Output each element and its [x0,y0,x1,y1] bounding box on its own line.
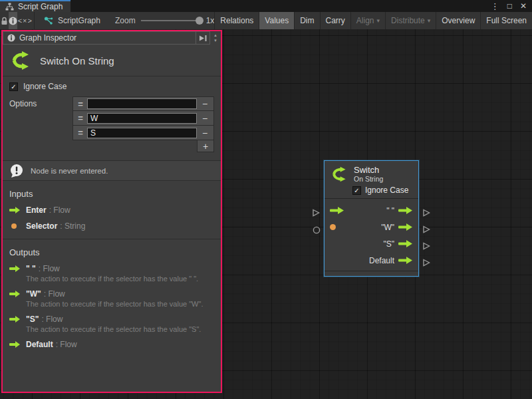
check-icon: ✓ [11,83,16,90]
flow-output-port[interactable] [398,223,413,231]
node-ports: " " "W" [325,198,418,271]
options-list: = − = − = − + [72,96,214,152]
port-description: The action to execute if the selector ha… [26,325,214,333]
inputs-section: Inputs Enter : Flow Selector : String [3,189,221,231]
zoom-value: 1x [206,16,215,25]
output-port-label: "W" [381,223,394,232]
remove-option-button[interactable]: − [197,98,213,109]
maximize-icon[interactable]: □ [507,2,512,10]
tab-title: Script Graph [18,2,63,11]
output-port-row: Default : Flow [9,340,214,349]
warning-banner: Node is never entered. [3,160,221,181]
output-port-row: "W" : Flow [9,289,214,299]
external-output-port-s[interactable] [422,241,431,251]
flow-output-port[interactable] [398,207,413,214]
drag-handle-icon[interactable]: = [74,113,87,123]
close-icon[interactable]: ✕ [520,2,527,10]
outputs-header: Outputs [9,247,214,257]
node-header[interactable]: Switch On String ✓ Ignore Case [325,161,418,198]
selector-input-port[interactable] [330,224,336,230]
switch-icon [9,51,32,70]
inspector-title-bar: Graph Inspector [3,31,196,45]
port-row: Default [325,252,418,269]
option-input[interactable] [87,98,197,109]
flow-port-icon [9,341,21,348]
check-icon: ✓ [354,187,359,194]
toolbar-separator [34,12,35,29]
chevron-down-icon: ▾ [377,17,380,24]
option-row: = − [72,126,214,140]
carry-button[interactable]: Carry [320,12,350,29]
output-port-label: "S" [383,239,394,249]
fullscreen-button[interactable]: Full Screen [480,12,532,29]
flow-port-icon [9,316,21,323]
output-port-label: " " [386,206,394,215]
add-option-button[interactable]: + [197,140,214,152]
flow-output-port[interactable] [398,257,413,264]
external-output-port-default[interactable] [422,258,431,267]
drag-handle-icon[interactable]: = [74,128,87,138]
external-flow-input-port[interactable] [311,208,321,217]
distribute-dropdown[interactable]: Distribute ▾ [385,12,436,29]
option-input[interactable] [87,128,197,138]
zoom-slider-handle[interactable] [196,17,203,25]
remove-option-button[interactable]: − [197,113,213,124]
zoom-slider[interactable] [141,20,197,21]
node-title: Switch [354,165,383,175]
option-row: = − [72,111,214,126]
drag-handle-icon[interactable]: = [74,99,87,109]
warning-text: Node is never entered. [31,167,108,175]
relations-button[interactable]: Relations [214,12,259,29]
inputs-header: Inputs [9,189,214,199]
inspector-node-title: Switch On String [40,55,114,66]
tab-script-graph[interactable]: Script Graph [0,0,70,12]
overview-button[interactable]: Overview [436,12,480,29]
external-output-port-space[interactable] [422,208,431,217]
flow-port-icon [9,291,21,297]
graph-breadcrumb[interactable]: ScriptGraph [36,12,108,29]
code-view-button[interactable]: <×> [17,12,33,29]
lock-button[interactable] [0,12,9,29]
option-input[interactable] [87,113,197,124]
port-row: "W" [325,219,418,235]
dock-icon [198,35,208,42]
info-icon [9,17,17,25]
flow-output-port[interactable] [398,240,413,247]
scroll-up-button[interactable]: ▲ [213,33,217,37]
graph-toolbar: <×> ScriptGraph Zoom 1x Relations Values… [0,12,532,29]
remove-option-button[interactable]: − [197,128,213,138]
ignore-case-checkbox[interactable]: ✓ [9,82,18,91]
external-selector-input-port[interactable] [313,226,321,234]
dim-button[interactable]: Dim [294,12,319,29]
option-row: = − [72,96,214,111]
port-description: The action to execute if the selector ha… [26,300,214,308]
string-port-icon [11,223,17,229]
output-port-row: " " : Flow [9,264,214,273]
align-dropdown[interactable]: Align ▾ [350,12,385,29]
input-port-row: Selector : String [9,221,214,231]
script-graph-icon [44,17,53,25]
port-row: "S" [325,235,418,252]
flow-port-icon [9,207,21,213]
flow-input-port[interactable] [330,207,344,214]
node-ignore-case-checkbox[interactable]: ✓ [352,186,361,195]
zoom-control: Zoom 1x [115,12,214,29]
output-port-label: Default [369,256,394,265]
inspector-toggle-button[interactable] [9,12,17,29]
port-row: " " [325,202,418,219]
values-button[interactable]: Values [259,12,294,29]
scroll-down-button[interactable]: ▼ [213,39,217,43]
node-ignore-case-label: Ignore Case [365,186,408,195]
kebab-menu-icon[interactable]: ⋮ [491,2,499,11]
switch-on-string-node[interactable]: Switch On String ✓ Ignore Case [324,160,419,277]
options-label: Options [9,96,72,152]
port-description: The action to execute if the selector ha… [26,275,214,283]
inspector-title: Graph Inspector [19,33,76,43]
dock-inspector-button[interactable] [196,31,210,45]
output-port-row: "S" : Flow [9,315,214,324]
divider [3,239,221,239]
external-output-port-w[interactable] [422,225,431,234]
switch-icon [330,166,348,182]
chevron-down-icon: ▾ [428,17,431,24]
graph-inspector-panel: Graph Inspector ▲ ▼ Switch On String [1,30,222,393]
